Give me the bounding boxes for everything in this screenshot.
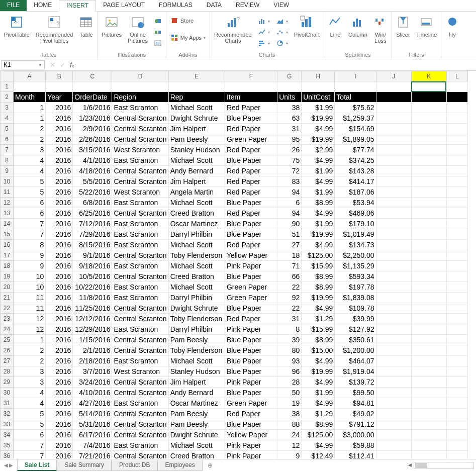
cell[interactable]: Blue Paper [225, 303, 277, 314]
cell[interactable]: 5 [14, 419, 46, 430]
cell[interactable] [411, 430, 446, 440]
cell[interactable]: 4 [14, 398, 46, 409]
cell[interactable] [376, 314, 411, 324]
cell[interactable]: 4 [14, 388, 46, 398]
cell[interactable] [446, 92, 467, 103]
cell[interactable]: 88 [277, 419, 302, 430]
cell[interactable]: Region [112, 92, 168, 103]
cell[interactable]: 9 [277, 451, 302, 459]
cell[interactable]: 2 [14, 345, 46, 356]
cell[interactable]: 2 [14, 356, 46, 366]
cell[interactable]: 2016 [46, 124, 73, 134]
cell[interactable] [446, 409, 467, 419]
row-header[interactable]: 1 [1, 81, 14, 92]
cell[interactable] [446, 198, 467, 208]
cell[interactable]: $15.99 [302, 324, 335, 335]
cell[interactable]: Central Scranton [112, 419, 168, 430]
cell[interactable]: Blue Paper [225, 388, 277, 398]
cell[interactable] [411, 229, 446, 240]
cell[interactable] [446, 293, 467, 303]
cell[interactable] [73, 81, 112, 92]
cell[interactable]: Month [14, 92, 46, 103]
cell[interactable] [376, 356, 411, 366]
hyperlink-button[interactable]: Hy [443, 13, 461, 58]
cell[interactable]: East Scranton [112, 261, 168, 271]
cell[interactable]: 31 [277, 124, 302, 134]
cell[interactable] [376, 155, 411, 166]
cell[interactable] [411, 261, 446, 271]
cell[interactable] [411, 324, 446, 335]
cell[interactable]: West Scranton [112, 366, 168, 377]
fx-icon[interactable]: fx [70, 61, 74, 69]
cell[interactable]: Blue Paper [225, 271, 277, 282]
worksheet-grid[interactable]: ABCDEFGHIJKL12MonthYearOrderDateRegionRe… [0, 71, 476, 459]
cell[interactable]: 2016 [46, 440, 73, 451]
cell[interactable]: $39.99 [335, 314, 376, 324]
enter-icon[interactable]: ✓ [60, 61, 66, 69]
cell[interactable]: Red Paper [225, 124, 277, 134]
cell[interactable]: 4/27/2016 [73, 398, 112, 409]
cell[interactable]: East Scranton [112, 282, 168, 293]
cell[interactable]: $4.99 [302, 240, 335, 250]
cell[interactable] [46, 81, 73, 92]
cell[interactable]: $15.00 [302, 345, 335, 356]
cell[interactable]: $127.92 [335, 324, 376, 335]
cell[interactable] [376, 229, 411, 240]
cell[interactable]: Green Paper [225, 134, 277, 145]
column-header[interactable]: I [335, 71, 376, 81]
sheet-tab[interactable]: Employees [157, 460, 202, 471]
cell[interactable] [446, 314, 467, 324]
cell[interactable]: 2016 [46, 155, 73, 166]
cell[interactable]: 94 [277, 208, 302, 219]
cell[interactable]: $4.99 [302, 440, 335, 451]
cell[interactable]: Blue Paper [225, 229, 277, 240]
cell[interactable]: $1,919.04 [335, 366, 376, 377]
cell[interactable]: $1,019.49 [335, 229, 376, 240]
row-header[interactable]: 7 [1, 145, 14, 155]
cell[interactable] [411, 282, 446, 293]
cell[interactable]: 1/15/2016 [73, 335, 112, 345]
cell[interactable]: Angela Martin [168, 187, 225, 198]
cell[interactable]: 2016 [46, 303, 73, 314]
cell[interactable]: Jim Halpert [168, 176, 225, 187]
cell[interactable]: East Scranton [112, 293, 168, 303]
cell[interactable]: 10 [14, 271, 46, 282]
cell[interactable]: 2/1/2016 [73, 345, 112, 356]
cell[interactable]: $4.99 [302, 303, 335, 314]
cell[interactable]: 2 [14, 124, 46, 134]
cell[interactable] [446, 219, 467, 229]
cell[interactable]: Central Scranton [112, 250, 168, 261]
cell[interactable] [411, 250, 446, 261]
cell[interactable]: Dwight Schrute [168, 113, 225, 124]
row-header[interactable]: 24 [1, 324, 14, 335]
cell[interactable]: 3 [14, 145, 46, 155]
cell[interactable]: 2016 [46, 388, 73, 398]
cell[interactable]: Blue Paper [225, 419, 277, 430]
cell[interactable]: $1.99 [302, 219, 335, 229]
cell[interactable]: $1,200.00 [335, 345, 376, 356]
cell[interactable]: $791.12 [335, 419, 376, 430]
cell[interactable]: $1.29 [302, 409, 335, 419]
recommended-charts-button[interactable]: ? Recommended Charts [212, 13, 254, 52]
cell[interactable]: Toby Flenderson [168, 345, 225, 356]
cell[interactable] [446, 208, 467, 219]
cell[interactable] [446, 166, 467, 176]
cell[interactable]: $4.99 [302, 356, 335, 366]
cell[interactable] [376, 440, 411, 451]
smartart-button[interactable] [152, 27, 164, 37]
row-header[interactable]: 11 [1, 187, 14, 198]
cell[interactable]: 2016 [46, 187, 73, 198]
cell[interactable]: Blue Paper [225, 219, 277, 229]
cell[interactable] [446, 345, 467, 356]
recommended-pivottables-button[interactable]: ? Recommended PivotTables [34, 13, 75, 52]
cell[interactable]: 2/18/2016 [73, 356, 112, 366]
row-header[interactable]: 25 [1, 335, 14, 345]
cell[interactable]: $350.61 [335, 335, 376, 345]
column-header[interactable]: J [376, 71, 411, 81]
cell[interactable] [446, 229, 467, 240]
cell[interactable]: Michael Scott [168, 261, 225, 271]
cell[interactable] [411, 398, 446, 409]
sheet-nav-next[interactable]: ▶ [9, 462, 13, 468]
chart-scatter-button[interactable]: ▾ [274, 27, 290, 37]
cell[interactable]: $1.99 [302, 187, 335, 198]
